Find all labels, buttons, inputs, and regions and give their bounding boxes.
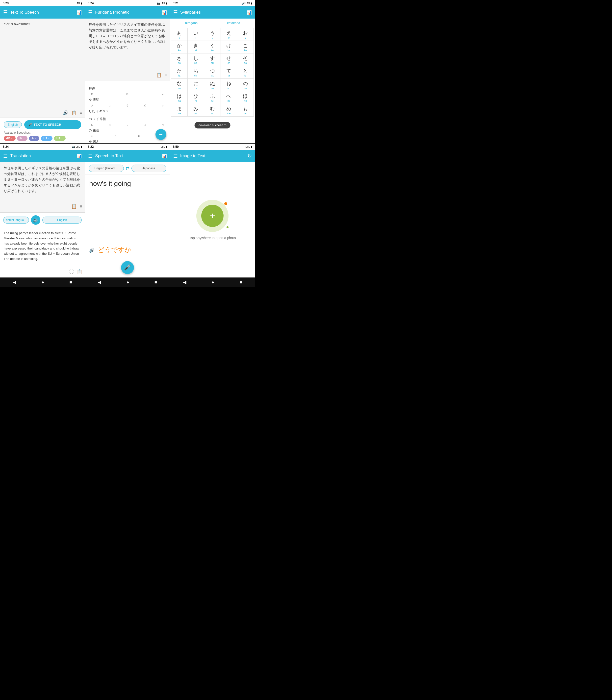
clipboard-icon-4[interactable]: 📋	[71, 203, 77, 210]
menu-icon-2[interactable]: ☰	[88, 10, 93, 15]
tab-hiragana[interactable]: hiragana	[170, 20, 213, 26]
volume-icon[interactable]: 🔊	[63, 110, 68, 116]
status-bar-2: 5:24 📷 LTE ▮	[85, 0, 170, 6]
badge-in-female[interactable]: IN ♀	[17, 136, 27, 141]
syllabary-cell[interactable]: まma	[171, 104, 188, 116]
clipboard-icon-2[interactable]: 📋	[156, 71, 162, 79]
menu-dots-icon[interactable]: ≡	[80, 110, 82, 116]
syllabary-cell[interactable]: むmu	[204, 104, 221, 116]
image-to-text-content[interactable]: + Tap anywhere to open a photo	[170, 162, 255, 278]
menu-icon-3[interactable]: ☰	[173, 10, 178, 15]
recents-btn-4[interactable]: ■	[65, 279, 77, 286]
syllabary-cell[interactable]: しshi	[187, 54, 204, 66]
menu-icon-5[interactable]: ☰	[88, 153, 93, 159]
refresh-icon-6[interactable]: ↻	[247, 153, 252, 159]
tts-button[interactable]: 🎤 TEXT TO SPEECH	[24, 120, 81, 129]
syllabary-cell[interactable]: こko	[237, 41, 254, 53]
syllabary-cell[interactable]: めme	[221, 104, 237, 116]
syllabary-cell[interactable]: すsu	[204, 54, 221, 66]
toolbar-6: ☰ Image to Text ↻	[170, 150, 255, 162]
syllabary-cell[interactable]: さsa	[171, 54, 188, 66]
menu-icon-text-4[interactable]: ≡	[80, 203, 82, 210]
mic-button[interactable]: 🎤	[121, 261, 134, 274]
menu-icon-text-2[interactable]: ≡	[165, 71, 167, 79]
syllabary-cell[interactable]: くku	[204, 41, 221, 53]
detect-language-btn[interactable]: detect langua...	[3, 216, 29, 224]
bar-chart-icon-1[interactable]: 📊	[77, 10, 82, 15]
syllabary-cell[interactable]: ひhi	[187, 91, 204, 104]
home-btn-4[interactable]: ●	[37, 279, 49, 286]
swap-icon[interactable]: ⇄	[126, 166, 129, 171]
syllabary-roman: so	[244, 61, 247, 64]
language-selector[interactable]: English	[4, 121, 22, 128]
syllabary-roman: i	[196, 37, 196, 39]
syllabary-cell[interactable]: にni	[187, 79, 204, 91]
syllabary-cell[interactable]: きki	[187, 41, 204, 53]
syllabary-cell[interactable]: ちchi	[187, 66, 204, 79]
copy-icon[interactable]: 📋	[71, 110, 77, 116]
syllabary-char: ま	[177, 106, 182, 112]
status-bar-5: 5:22 LTE ▮	[85, 144, 170, 150]
syllabary-cell[interactable]: そso	[237, 54, 254, 66]
translate-icon-btn[interactable]: 🔊	[31, 215, 40, 225]
home-btn-5[interactable]: ●	[122, 279, 134, 286]
syllabary-cell[interactable]: あa	[171, 28, 188, 41]
syllabary-cell[interactable]: なna	[171, 79, 188, 91]
syllabary-cell[interactable]: のno	[237, 79, 254, 91]
syllabary-cell[interactable]: せse	[221, 54, 237, 66]
speaker-icon-5[interactable]: 🔊	[89, 248, 95, 253]
result-language-btn[interactable]: English	[42, 216, 82, 224]
add-photo-circle[interactable]: +	[196, 200, 228, 232]
back-btn-6[interactable]: ◀	[178, 279, 191, 286]
syllabary-roman: shi	[194, 61, 197, 64]
syllabary-cell[interactable]: えe	[221, 28, 237, 41]
syllabary-cell[interactable]: ねne	[221, 79, 237, 91]
recents-btn-5[interactable]: ■	[150, 279, 162, 286]
syllabary-cell[interactable]: へhe	[221, 91, 237, 104]
syllabary-cell[interactable]: とto	[237, 66, 254, 79]
recents-btn-6[interactable]: ■	[234, 279, 247, 286]
menu-icon-6[interactable]: ☰	[173, 153, 178, 159]
syllabary-cell[interactable]: かka	[171, 41, 188, 53]
syllabary-cell[interactable]: ふfu	[204, 91, 221, 104]
panel-tts: 5:23 LTE ▮ ☰ Text To Speech 📊 eler is aw…	[0, 0, 85, 143]
syllabary-cell[interactable]: てte	[221, 66, 237, 79]
badge-gb[interactable]: GB ♂	[4, 136, 16, 141]
fab-button-2[interactable]: ••	[155, 129, 166, 140]
syllabary-cell[interactable]: もmo	[237, 104, 254, 116]
copy-icon-4[interactable]: 📋	[77, 268, 82, 276]
back-btn-4[interactable]: ◀	[8, 279, 21, 286]
syllabary-cell[interactable]: けke	[221, 41, 237, 53]
syllabary-cell[interactable]: いi	[187, 28, 204, 41]
time-6: 5:50	[173, 145, 179, 149]
bar-chart-icon-3[interactable]: 📊	[247, 10, 252, 15]
syllabary-cell[interactable]: うu	[204, 28, 221, 41]
menu-icon-1[interactable]: ☰	[3, 10, 8, 15]
back-btn-5[interactable]: ◀	[93, 279, 106, 286]
syllabary-cell[interactable]: たta	[171, 66, 188, 79]
home-btn-6[interactable]: ●	[207, 279, 219, 286]
syllabary-cell[interactable]: みmi	[187, 104, 204, 116]
syllabary-cell[interactable]: ぬnu	[204, 79, 221, 91]
furigana-source-text: 辞任を表明したイギリスのメイ首相の後任を選ぶ与党の党首選挙は、これまでに８人が立…	[85, 18, 170, 81]
syllabary-cell[interactable]: ほho	[237, 91, 254, 104]
badge-in-male[interactable]: IN ♂	[29, 136, 39, 141]
add-photo-inner[interactable]: +	[201, 205, 224, 227]
bar-chart-icon-4[interactable]: 📊	[77, 154, 82, 158]
bar-chart-icon-2[interactable]: 📊	[162, 10, 167, 15]
menu-icon-4[interactable]: ☰	[3, 153, 8, 159]
syllabary-char: と	[243, 68, 248, 74]
syllabary-cell[interactable]: はha	[171, 91, 188, 104]
tab-katakana[interactable]: katakana	[212, 20, 255, 26]
badge-us-male[interactable]: US ♂	[41, 136, 53, 141]
stt-target-lang[interactable]: Japanese	[131, 165, 166, 172]
badge-us-female[interactable]: US ♀	[54, 136, 66, 141]
expand-icon-4[interactable]: ⛶	[69, 268, 74, 276]
bar-chart-icon-5[interactable]: 📊	[162, 154, 167, 158]
syllabary-cell[interactable]: つtsu	[204, 66, 221, 79]
tts-controls: English 🎤 TEXT TO SPEECH Available Speec…	[0, 118, 85, 143]
stt-source-lang[interactable]: English (United ...	[89, 165, 124, 172]
syllabary-char: け	[226, 42, 231, 49]
syllabary-char: か	[177, 42, 182, 49]
syllabary-cell[interactable]: おo	[237, 28, 254, 41]
